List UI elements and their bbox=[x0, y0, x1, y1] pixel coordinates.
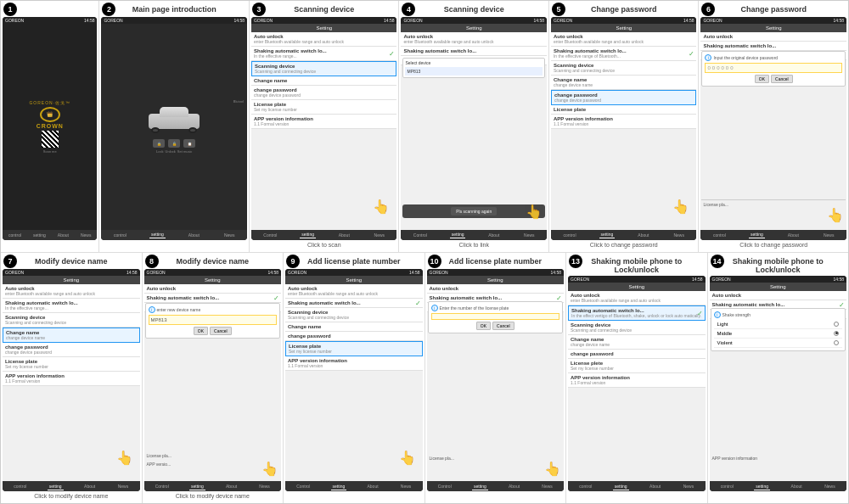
change-pw-content: Setting Auto unlock enter Bluetooth avai… bbox=[551, 24, 697, 230]
shake-strength-content: Setting Auto unlock Shaking automatic sw… bbox=[710, 283, 847, 482]
step-3-cell: 3 Scanning device GOREON 14:58 Setting A… bbox=[250, 1, 400, 252]
step-13-title: Shaking mobile phone to Lock/unlock bbox=[568, 257, 706, 274]
control-buttons: 🔒 🔓 📋 bbox=[153, 139, 195, 148]
license-ok-btn[interactable]: OK bbox=[476, 322, 491, 330]
step-13-number: 13 bbox=[569, 255, 582, 268]
pw-dialog: i Input the original device password 000… bbox=[701, 51, 846, 87]
shake-item-highlighted[interactable]: Shaking automatic switch lo... In the ef… bbox=[568, 305, 706, 321]
name-dialog-content: Setting Auto unlock Shaking automatic sw… bbox=[144, 276, 282, 482]
name-ok-btn[interactable]: OK bbox=[194, 327, 208, 335]
license-cancel-btn[interactable]: Cancel bbox=[492, 322, 514, 330]
license-content: Setting Auto unlock enter Bluetooth avai… bbox=[285, 276, 423, 482]
step-5-cell: 5 Change password GOREON 14:58 Setting A… bbox=[549, 1, 700, 252]
step-2-number: 2 bbox=[102, 3, 115, 16]
pw-input[interactable]: 000000 bbox=[705, 63, 842, 73]
device-name-input[interactable]: MP813 bbox=[149, 315, 278, 325]
select-device-dialog: Select device MP813 bbox=[402, 58, 545, 78]
status-bar-2: GOREON 14:58 bbox=[101, 17, 247, 24]
step-13-cell: 13 Shaking mobile phone to Lock/unlock G… bbox=[566, 253, 708, 504]
scan-link-content: Setting Auto unlock enter Bluetooth avai… bbox=[401, 24, 547, 230]
license-dialog: i Enter the number of the license plate … bbox=[428, 301, 564, 333]
step-4-caption: Click to link bbox=[459, 242, 489, 250]
step-6-cell: 6 Change password GOREON 14:58 Setting A… bbox=[699, 1, 848, 252]
pw-item-highlighted[interactable]: change password change device password bbox=[551, 90, 697, 105]
step-1-number: 1 bbox=[3, 3, 17, 16]
modify-name-content: Setting Auto unlock enter Bluetooth avai… bbox=[3, 276, 140, 482]
step-3-caption: Click to scan bbox=[307, 242, 341, 250]
step-5-caption: Click to change password bbox=[590, 242, 658, 250]
step-6-caption: Click to change password bbox=[739, 242, 807, 250]
hand-pointer-3: 👆 bbox=[373, 199, 390, 215]
license-item-highlighted[interactable]: License plate Set my license number bbox=[285, 341, 423, 356]
change-name-highlighted[interactable]: Change name change device name bbox=[3, 328, 140, 343]
step-8-caption: Click to modify device name bbox=[176, 493, 250, 501]
step-10-cell: 10 Add license plate number GOREON 14:58… bbox=[425, 253, 567, 504]
shake-lock-content: Setting Auto unlock enter Bluetooth avai… bbox=[568, 283, 706, 482]
step-8-phone: GOREON 14:58 Setting Auto unlock Shaking… bbox=[144, 269, 282, 492]
scan-again-dialog: Pls scanning again bbox=[402, 204, 545, 218]
step-5-number: 5 bbox=[552, 3, 565, 16]
row-1: 1 GOREON 14:58 GOREON·佐戈™ 👑 CROWN Scan m… bbox=[1, 1, 848, 253]
step-3-number: 3 bbox=[252, 3, 266, 16]
step-4-cell: 4 Scanning device GOREON 14:58 Setting A… bbox=[399, 1, 549, 252]
hand-pointer-5: 👆 bbox=[672, 199, 689, 215]
shake-light[interactable]: Light bbox=[714, 320, 843, 329]
row-2: 7 Modify device name GOREON 14:58 Settin… bbox=[1, 253, 848, 504]
hand-pointer-4: 👆 bbox=[526, 204, 543, 220]
step-13-phone: GOREON 14:58 Setting Auto unlock enter B… bbox=[568, 276, 706, 492]
scan-again-btn[interactable]: Pls scanning again bbox=[451, 207, 497, 216]
hand-pointer-10: 👆 bbox=[544, 461, 561, 477]
name-cancel-btn[interactable]: Cancel bbox=[210, 327, 232, 335]
shake-middle[interactable]: Middle bbox=[714, 329, 843, 339]
step-9-cell: 9 Add license plate number GOREON 14:58 … bbox=[284, 253, 425, 504]
step-10-title: Add license plate number bbox=[448, 257, 542, 267]
step-1-phone: GOREON 14:58 GOREON·佐戈™ 👑 CROWN Scan me … bbox=[3, 17, 97, 240]
logo-content: GOREON·佐戈™ 👑 CROWN Scan me bbox=[3, 24, 97, 230]
step-7-cell: 7 Modify device name GOREON 14:58 Settin… bbox=[1, 253, 143, 504]
step-3-title: Scanning device bbox=[294, 5, 354, 15]
step-14-phone: GOREON 14:58 Setting Auto unlock Shaking… bbox=[710, 276, 847, 492]
scan-item-highlighted[interactable]: Scanning device Scanning and connecting … bbox=[251, 61, 397, 76]
step-5-title: Change password bbox=[591, 5, 657, 15]
step-8-cell: 8 Modify device name GOREON 14:58 Settin… bbox=[143, 253, 284, 504]
hand-pointer-6: 👆 bbox=[827, 207, 844, 223]
name-dialog: i enter new device name MP813 OK Cancel bbox=[145, 303, 281, 339]
shake-dialog: i Shake strength Light Middle Violen bbox=[711, 308, 846, 351]
step-9-number: 9 bbox=[286, 255, 300, 268]
step-2-phone: GOREON 14:58 Blutool 🔒 🔓 📋 bbox=[101, 17, 247, 240]
step-2-title: Main page introduction bbox=[132, 5, 216, 15]
step-2-cell: 2 Main page introduction GOREON 14:58 Bl… bbox=[99, 1, 250, 252]
step-1-cell: 1 GOREON 14:58 GOREON·佐戈™ 👑 CROWN Scan m… bbox=[1, 1, 99, 252]
step-4-number: 4 bbox=[402, 3, 415, 16]
car-graphic bbox=[144, 105, 204, 135]
pw-cancel-btn[interactable]: Cancel bbox=[771, 75, 793, 83]
shake-violent[interactable]: Violent bbox=[714, 339, 843, 348]
step-8-title: Modify device name bbox=[176, 257, 249, 267]
hand-pointer-7: 👆 bbox=[116, 450, 133, 466]
step-14-title: Shaking mobile phone to Lock/unlock bbox=[710, 257, 847, 274]
main-content: Blutool 🔒 🔓 📋 Lock Unlock bbox=[101, 24, 247, 230]
phone-nav-2: control setting About News bbox=[101, 230, 247, 240]
device-item[interactable]: MP813 bbox=[405, 67, 543, 76]
step-7-caption: Click to modify device name bbox=[34, 493, 108, 501]
step-5-phone: GOREON 14:58 Setting Auto unlock enter B… bbox=[551, 17, 697, 240]
step-10-number: 10 bbox=[428, 255, 441, 268]
step-9-title: Add license plate number bbox=[307, 257, 401, 267]
license-input[interactable] bbox=[431, 313, 560, 320]
step-7-phone: GOREON 14:58 Setting Auto unlock enter B… bbox=[3, 269, 140, 492]
pw-dialog-content: Setting Auto unlock Shaking automatic sw… bbox=[700, 24, 846, 230]
step-6-number: 6 bbox=[701, 3, 715, 16]
step-6-phone: GOREON 14:58 Setting Auto unlock Shaking… bbox=[700, 17, 846, 240]
step-6-title: Change password bbox=[740, 5, 807, 15]
step-4-phone: GOREON 14:58 Setting Auto unlock enter B… bbox=[401, 17, 547, 240]
step-9-phone: GOREON 14:58 Setting Auto unlock enter B… bbox=[285, 269, 423, 492]
step-4-title: Scanning device bbox=[444, 5, 504, 15]
pw-ok-btn[interactable]: OK bbox=[755, 75, 769, 83]
license-dialog-content: Setting Auto unlock Shaking automatic sw… bbox=[427, 276, 565, 482]
step-7-number: 7 bbox=[3, 255, 17, 268]
step-8-number: 8 bbox=[145, 255, 159, 268]
brand-logo: 👑 bbox=[40, 107, 60, 122]
brand-name: CROWN bbox=[37, 123, 64, 129]
hand-pointer-8: 👆 bbox=[261, 461, 278, 477]
scanning-content: Setting Auto unlock enter Bluetooth avai… bbox=[251, 24, 397, 230]
